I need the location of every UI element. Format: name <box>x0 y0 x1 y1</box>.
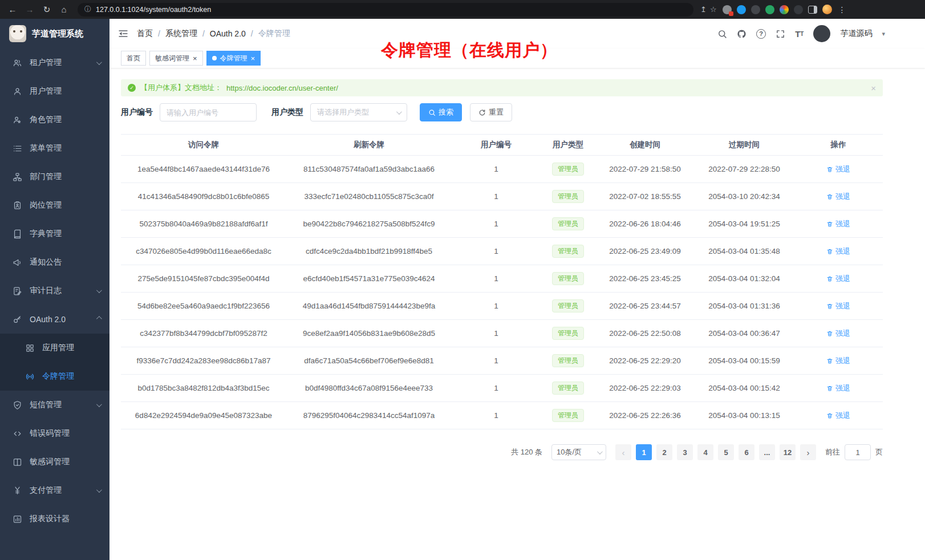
sidebar-item[interactable]: 岗位管理 <box>0 191 109 220</box>
sidebar-item-label: 部门管理 <box>30 172 62 182</box>
breadcrumb-item[interactable]: 首页 <box>137 29 153 39</box>
sidebar-item[interactable]: 敏感词管理 <box>0 448 109 476</box>
sidebar-item[interactable]: 字典管理 <box>0 220 109 248</box>
breadcrumb-item[interactable]: 令牌管理 <box>258 29 290 39</box>
bookmark-star-icon[interactable]: ☆ <box>710 5 717 14</box>
force-logout-button[interactable]: 强退 <box>826 383 850 393</box>
sidebar-item[interactable]: 错误码管理 <box>0 419 109 448</box>
breadcrumb-item[interactable]: OAuth 2.0 <box>210 29 246 38</box>
back-icon[interactable]: ← <box>6 3 19 17</box>
access-token-cell: 41c41346a548490f9dc8b01c6bfe0865 <box>121 183 286 210</box>
page-size-select[interactable]: 10条/页 <box>551 444 606 460</box>
close-icon[interactable]: × <box>251 55 255 62</box>
alert-close-icon[interactable]: × <box>871 83 876 93</box>
search-icon[interactable] <box>717 29 727 39</box>
sidebar-item[interactable]: 通知公告 <box>0 248 109 277</box>
tab-2[interactable]: 令牌管理 × <box>206 51 261 66</box>
sidebar-item[interactable]: 菜单管理 <box>0 134 109 163</box>
close-icon[interactable]: × <box>193 55 197 62</box>
sidebar-item[interactable]: OAuth 2.0 <box>0 305 109 334</box>
user-type-cell: 管理员 <box>541 320 595 347</box>
breadcrumb-item[interactable]: 系统管理 <box>165 29 197 39</box>
table-row: f9336e7c7dd242a283ee98dc86b17a87 dfa6c71… <box>121 347 883 375</box>
tab-1[interactable]: 敏感词管理 × <box>149 51 203 66</box>
table-row: c347026e805e4d99b0d116eae66eda8c cdfc4ce… <box>121 238 883 265</box>
force-logout-button[interactable]: 强退 <box>826 274 850 284</box>
force-logout-label: 强退 <box>835 301 850 311</box>
address-bar[interactable]: ⓘ 127.0.0.1:1024/system/oauth2/token <box>78 3 693 17</box>
user-id-cell: 1 <box>452 402 541 429</box>
extension-icon[interactable] <box>780 5 789 14</box>
sidebar-item[interactable]: 租户管理 <box>0 48 109 77</box>
page-button-5[interactable]: 5 <box>718 444 734 460</box>
expires-cell: 2054-03-04 00:36:47 <box>695 320 794 347</box>
user-type-cell: 管理员 <box>541 402 595 429</box>
forward-icon[interactable]: → <box>23 3 36 17</box>
sidebar-item[interactable]: 审计日志 <box>0 277 109 305</box>
action-cell: 强退 <box>794 156 883 183</box>
sidebar-item-label: 岗位管理 <box>30 200 62 210</box>
page-button-...[interactable]: ... <box>759 444 775 460</box>
page-button-6[interactable]: 6 <box>739 444 754 460</box>
user-id-input[interactable] <box>160 103 257 121</box>
force-logout-button[interactable]: 强退 <box>826 219 850 229</box>
browser-menu-icon[interactable]: ⋮ <box>838 5 846 14</box>
extension-icon[interactable] <box>737 5 746 14</box>
share-icon[interactable]: ↥ <box>700 5 707 14</box>
next-page-button[interactable]: › <box>800 444 816 460</box>
collapse-sidebar-icon[interactable] <box>117 28 129 39</box>
page-button-12[interactable]: 12 <box>780 444 796 460</box>
extension-icon[interactable] <box>723 5 732 14</box>
browser-toolbar: ← → ↻ ⌂ ⓘ 127.0.0.1:1024/system/oauth2/t… <box>0 0 925 19</box>
force-logout-button[interactable]: 强退 <box>826 164 850 175</box>
user-icon <box>13 87 22 96</box>
prev-page-button[interactable]: ‹ <box>615 444 631 460</box>
goto-page-input[interactable] <box>845 444 871 460</box>
doc-link[interactable]: https://doc.iocoder.cn/user-center/ <box>226 84 338 92</box>
created-cell: 2022-06-25 23:45:25 <box>595 265 695 293</box>
extension-icon[interactable] <box>794 5 803 14</box>
user-avatar[interactable] <box>813 25 830 42</box>
force-logout-button[interactable]: 强退 <box>826 356 850 366</box>
side-panel-icon[interactable] <box>808 6 817 14</box>
sidebar-item[interactable]: 报表设计器 <box>0 505 109 533</box>
force-logout-button[interactable]: 强退 <box>826 192 850 202</box>
sidebar-item[interactable]: 角色管理 <box>0 105 109 134</box>
page-button-4[interactable]: 4 <box>697 444 713 460</box>
browser-profile-avatar[interactable] <box>822 5 832 14</box>
fullscreen-icon[interactable] <box>776 29 785 39</box>
help-icon[interactable]: ? <box>756 29 766 39</box>
tab-0[interactable]: 首页 <box>121 51 146 66</box>
search-button[interactable]: 搜索 <box>420 103 462 121</box>
sidebar-item[interactable]: 令牌管理 <box>0 362 109 391</box>
audit-icon <box>13 286 22 296</box>
reset-button[interactable]: 重置 <box>470 103 512 121</box>
extension-icon[interactable] <box>765 5 774 14</box>
site-info-icon[interactable]: ⓘ <box>84 5 91 14</box>
user-name[interactable]: 芋道源码 <box>840 29 872 39</box>
sidebar-item[interactable]: 用户管理 <box>0 77 109 105</box>
force-logout-button[interactable]: 强退 <box>826 411 850 421</box>
sidebar-item[interactable]: 部门管理 <box>0 163 109 191</box>
sidebar-item[interactable]: 短信管理 <box>0 391 109 419</box>
refresh-token-cell: dfa6c71a50a54c66bef706ef9e6e8d81 <box>286 347 452 375</box>
force-logout-button[interactable]: 强退 <box>826 301 850 311</box>
page-button-1[interactable]: 1 <box>636 444 652 460</box>
user-type-select[interactable]: 请选择用户类型 <box>310 103 407 121</box>
sidebar-item[interactable]: 应用管理 <box>0 334 109 362</box>
github-icon[interactable] <box>737 29 747 39</box>
page-button-3[interactable]: 3 <box>677 444 693 460</box>
force-logout-button[interactable]: 强退 <box>826 246 850 257</box>
user-type-badge: 管理员 <box>552 382 584 394</box>
app-logo[interactable]: 芋道管理系统 <box>0 19 109 48</box>
refresh-token-cell: e6cfd40eb1f54571a31e775e039c4624 <box>286 265 452 293</box>
page-button-2[interactable]: 2 <box>656 444 672 460</box>
reload-icon[interactable]: ↻ <box>40 3 54 17</box>
sidebar-item[interactable]: 支付管理 <box>0 476 109 505</box>
font-size-icon[interactable]: TT <box>795 29 804 39</box>
extension-icon[interactable] <box>751 5 760 14</box>
reset-button-label: 重置 <box>489 107 504 117</box>
home-icon[interactable]: ⌂ <box>57 3 71 17</box>
force-logout-button[interactable]: 强退 <box>826 328 850 339</box>
user-type-badge: 管理员 <box>552 245 584 257</box>
